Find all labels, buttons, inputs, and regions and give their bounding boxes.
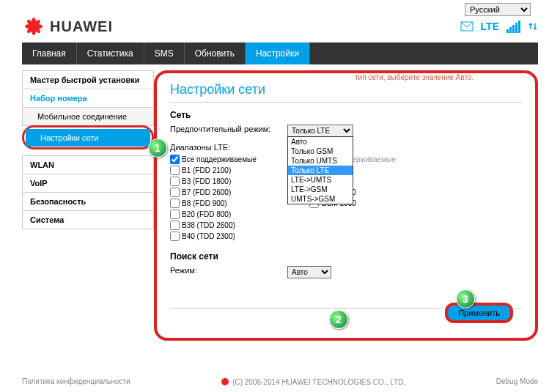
svg-point-9 bbox=[221, 378, 229, 385]
sidebar-item-dialup[interactable]: Набор номера bbox=[22, 89, 154, 108]
section-network: Сеть bbox=[170, 110, 522, 120]
sidebar-item-system[interactable]: Система bbox=[22, 210, 154, 229]
sidebar-item-wlan[interactable]: WLAN bbox=[22, 155, 154, 174]
lte-band-checkbox[interactable]: B7 (FDD 2600) bbox=[170, 188, 287, 197]
mode-label: Режим: bbox=[170, 266, 287, 275]
sidebar-item-mobile[interactable]: Мобильное соединение bbox=[22, 107, 154, 126]
section-search: Поиск сети bbox=[170, 251, 522, 262]
main-nav: ГлавнаяСтатистикаSMSОбновитьНастройки bbox=[22, 42, 538, 64]
dropdown-option[interactable]: LTE->GSM bbox=[288, 185, 353, 194]
dropdown-option[interactable]: Только GSM bbox=[288, 147, 353, 156]
dropdown-option[interactable]: UMTS->GSM bbox=[288, 194, 353, 204]
copyright: (C) 2006-2014 HUAWEI TECHNOLOGIES CO., L… bbox=[221, 377, 405, 386]
lte-label: LTE bbox=[481, 21, 499, 32]
pref-mode-label: Предпочтительный режим: bbox=[170, 125, 287, 133]
signal-icon bbox=[506, 21, 520, 33]
nav-2[interactable]: SMS bbox=[144, 42, 185, 64]
sidebar: Мастер быстрой установки Набор номера Мо… bbox=[22, 64, 154, 341]
dropdown-option[interactable]: LTE->UMTS bbox=[288, 175, 353, 185]
language-select[interactable]: Русский bbox=[465, 3, 531, 16]
sidebar-item-network[interactable]: Настройки сети bbox=[26, 129, 150, 147]
nav-0[interactable]: Главная bbox=[22, 42, 77, 64]
dropdown-option[interactable]: Только LTE bbox=[288, 166, 353, 175]
pref-mode-dropdown[interactable]: АвтоТолько GSMТолько UMTSТолько LTELTE->… bbox=[287, 136, 353, 204]
sidebar-item-voip[interactable]: VoIP bbox=[22, 174, 154, 193]
dropdown-option[interactable]: Авто bbox=[288, 137, 353, 147]
sidebar-item-security[interactable]: Безопасность bbox=[22, 192, 154, 211]
nav-1[interactable]: Статистика bbox=[77, 42, 144, 64]
lte-band-checkbox[interactable]: B20 (FDD 800) bbox=[170, 210, 287, 219]
lte-band-checkbox[interactable]: B3 (FDD 1800) bbox=[170, 177, 287, 186]
nav-4[interactable]: Настройки bbox=[246, 42, 310, 64]
apply-button[interactable]: Применить bbox=[445, 303, 513, 323]
sidebar-item-wizard[interactable]: Мастер быстрой установки bbox=[22, 70, 154, 89]
annotation-marker-2: 2 bbox=[329, 310, 348, 329]
annotation-marker-1: 1 bbox=[148, 138, 167, 158]
status-icons: LTE bbox=[460, 21, 538, 33]
huawei-flower-icon-small bbox=[221, 377, 229, 386]
lte-bands-label: Диапазоны LTE: bbox=[170, 143, 287, 152]
lte-band-checkbox[interactable]: B1 (FDD 2100) bbox=[170, 166, 287, 175]
brand-text: HUAWEI bbox=[50, 18, 113, 35]
page-title: Настройки сети bbox=[170, 82, 522, 103]
logo: HUAWEI bbox=[22, 16, 113, 37]
debug-link[interactable]: Debug Mode bbox=[496, 377, 538, 386]
sidebar-label-network: Настройки сети bbox=[40, 133, 98, 142]
lte-band-checkbox[interactable]: B38 (TDD 2600) bbox=[170, 221, 287, 230]
annotation-marker-3: 3 bbox=[456, 289, 475, 308]
pref-mode-select[interactable]: Только LTE bbox=[287, 125, 353, 137]
search-mode-select[interactable]: Авто bbox=[287, 266, 331, 278]
dropdown-option[interactable]: Только UMTS bbox=[288, 156, 353, 166]
nav-3[interactable]: Обновить bbox=[185, 42, 246, 64]
content-panel: Настройки сети Сеть Предпочтительный реж… bbox=[154, 70, 538, 341]
privacy-link[interactable]: Политика конфиденциальности bbox=[22, 377, 130, 386]
mail-icon bbox=[460, 21, 474, 32]
all-lte-checkbox[interactable]: Все поддерживаемые bbox=[170, 155, 287, 164]
lte-band-checkbox[interactable]: B40 (TDD 2300) bbox=[170, 232, 287, 241]
lte-band-checkbox[interactable]: B8 (FDD 900) bbox=[170, 199, 287, 208]
huawei-flower-icon bbox=[22, 16, 45, 37]
note-text: тип сети, выберите значение Авто. bbox=[355, 73, 474, 81]
updown-icon bbox=[528, 21, 538, 32]
